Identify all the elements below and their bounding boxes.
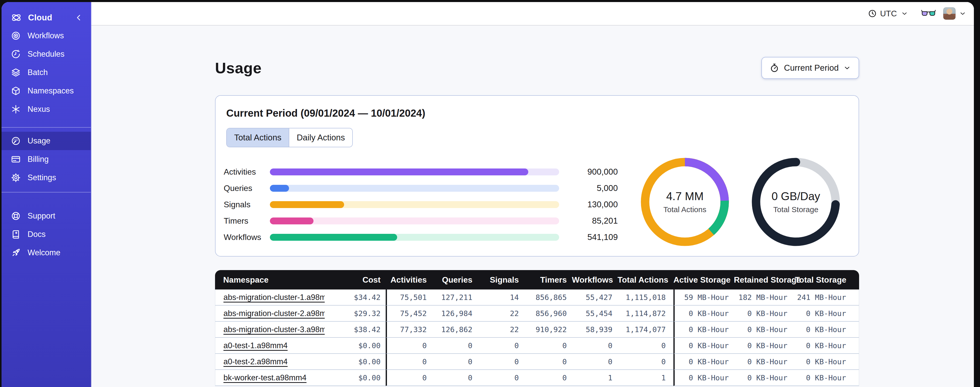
table-row: abs-migration-cluster-1.a98mm4 $34.42 75… (215, 289, 859, 305)
sidebar-item-billing[interactable]: Billing (2, 150, 91, 168)
table-row: abs-migration-cluster-2.a98mm4 $29.32 75… (215, 305, 859, 321)
total-storage-cell: 0 KB-Hour (792, 370, 859, 386)
sidebar-item-label: Billing (27, 155, 49, 164)
active-storage-cell: 0 KB-Hour (673, 338, 734, 354)
sidebar-item-batch[interactable]: Batch (2, 63, 91, 82)
bar-fill (270, 234, 397, 241)
donut-value: 4.7 MM (666, 190, 704, 203)
cost-cell: $0.00 (325, 354, 386, 370)
chevron-down-icon (901, 10, 908, 17)
account-menu-chevron-icon[interactable] (959, 10, 966, 17)
timers-cell: 0 (524, 354, 572, 370)
table-header-row: Namespace Cost Activities Queries Signal… (215, 270, 859, 289)
bar-value: 130,000 (559, 200, 618, 209)
total-storage-cell: 0 KB-Hour (792, 338, 859, 354)
sidebar-item-label: Workflows (27, 31, 64, 40)
tab-total-actions[interactable]: Total Actions (227, 128, 289, 147)
sidebar-item-docs[interactable]: Docs (2, 225, 91, 243)
support-lifebuoy-icon (11, 211, 21, 221)
timers-cell: 856,865 (524, 289, 572, 305)
table-row: a0-test-1.a98mm4 $0.00 0 0 0 0 0 0 0 KB-… (215, 338, 859, 354)
active-storage-cell: 0 KB-Hour (673, 354, 734, 370)
total-actions-cell: 0 (617, 354, 673, 370)
cost-cell: $0.00 (325, 338, 386, 354)
actions-tab-group: Total Actions Daily Actions (226, 128, 353, 147)
namespace-usage-table: Namespace Cost Activities Queries Signal… (215, 270, 859, 386)
signals-cell: 22 (477, 321, 524, 338)
retained-storage-cell: 0 KB-Hour (734, 338, 792, 354)
sidebar-item-welcome[interactable]: Welcome (2, 243, 91, 262)
namespace-link[interactable]: abs-migration-cluster-3.a98mm4 (223, 325, 325, 334)
total-storage-donut: 0 GB/Day Total Storage (750, 156, 842, 248)
table-row: a0-test-2.a98mm4 $0.00 0 0 0 0 0 0 0 KB-… (215, 354, 859, 370)
collapse-sidebar-icon[interactable] (75, 13, 83, 22)
bar-label: Signals (224, 200, 262, 209)
namespace-cell: abs-migration-cluster-2.a98mm4 (215, 305, 325, 321)
timers-cell: 0 (524, 370, 572, 386)
bar-track (270, 217, 559, 224)
signals-cell: 14 (477, 289, 524, 305)
sidebar-item-nexus[interactable]: Nexus (2, 100, 91, 118)
page-title: Usage (215, 59, 262, 77)
period-filter-button[interactable]: Current Period (761, 57, 859, 79)
namespace-cell: a0-test-1.a98mm4 (215, 338, 325, 354)
activities-cell: 77,332 (386, 321, 432, 338)
retained-storage-cell: 0 KB-Hour (734, 321, 792, 338)
sidebar-item-settings[interactable]: Settings (2, 168, 91, 187)
sidebar-item-support[interactable]: Support (2, 207, 91, 225)
billing-card-icon (11, 154, 21, 165)
queries-cell: 127,211 (432, 289, 477, 305)
active-storage-cell: 0 KB-Hour (673, 321, 734, 338)
bar-label: Workflows (224, 233, 262, 242)
bar-fill (270, 185, 289, 192)
total-actions-donut: 4.7 MM Total Actions (639, 156, 731, 248)
bar-track (270, 168, 559, 175)
tab-daily-actions[interactable]: Daily Actions (289, 128, 352, 147)
bar-track (270, 185, 559, 192)
workflows-cell: 55,427 (572, 289, 617, 305)
usage-summary-card: Current Period (09/01/2024 — 10/01/2024)… (215, 95, 859, 257)
docs-book-icon (11, 229, 21, 240)
activities-cell: 75,501 (386, 289, 432, 305)
retained-storage-cell: 0 KB-Hour (734, 305, 792, 321)
total-actions-cell: 1,174,077 (617, 321, 673, 338)
bar-label: Timers (224, 216, 262, 225)
glasses-icon[interactable] (921, 9, 935, 18)
workflows-cell: 58,939 (572, 321, 617, 338)
usage-bar-chart: Activities 900,000 Queries 5,000 (224, 164, 833, 245)
period-filter-label: Current Period (784, 63, 839, 73)
top-bar-controls: UTC (868, 2, 966, 25)
namespace-link[interactable]: abs-migration-cluster-1.a98mm4 (223, 293, 325, 302)
clock-icon (868, 9, 877, 18)
card-title: Current Period (09/01/2024 — 10/01/2024) (226, 107, 425, 119)
signals-cell: 0 (477, 354, 524, 370)
namespace-link[interactable]: bk-worker-test.a98mm4 (223, 373, 307, 382)
sidebar-item-usage[interactable]: Usage (2, 132, 91, 150)
timezone-selector[interactable]: UTC (868, 9, 908, 18)
bar-row-queries: Queries 5,000 (224, 180, 833, 196)
sidebar: Cloud Workflows (2, 2, 91, 387)
donut-center-text: 0 GB/Day Total Storage (750, 156, 842, 248)
sidebar-item-label: Schedules (27, 50, 65, 59)
sidebar-item-label: Docs (27, 230, 46, 239)
bar-label: Queries (224, 184, 262, 193)
queries-cell: 0 (432, 338, 477, 354)
top-bar: UTC (91, 2, 974, 26)
sidebar-divider (2, 192, 91, 192)
namespace-link[interactable]: a0-test-2.a98mm4 (223, 357, 288, 366)
sidebar-item-namespaces[interactable]: Namespaces (2, 82, 91, 100)
sidebar-item-label: Nexus (27, 105, 50, 114)
sidebar-item-workflows[interactable]: Workflows (2, 27, 91, 45)
sidebar-item-label: Welcome (27, 248, 60, 257)
user-avatar[interactable] (943, 7, 956, 20)
sidebar-item-schedules[interactable]: Schedules (2, 45, 91, 63)
retained-storage-cell: 182 MB-Hour (734, 289, 792, 305)
namespace-cell: abs-migration-cluster-1.a98mm4 (215, 289, 325, 305)
donut-label: Total Actions (663, 205, 706, 214)
workflows-cell: 0 (572, 354, 617, 370)
activities-cell: 0 (386, 338, 432, 354)
namespace-link[interactable]: a0-test-1.a98mm4 (223, 341, 288, 350)
stopwatch-icon (770, 63, 779, 73)
namespace-link[interactable]: abs-migration-cluster-2.a98mm4 (223, 309, 325, 318)
cost-cell: $0.00 (325, 370, 386, 386)
